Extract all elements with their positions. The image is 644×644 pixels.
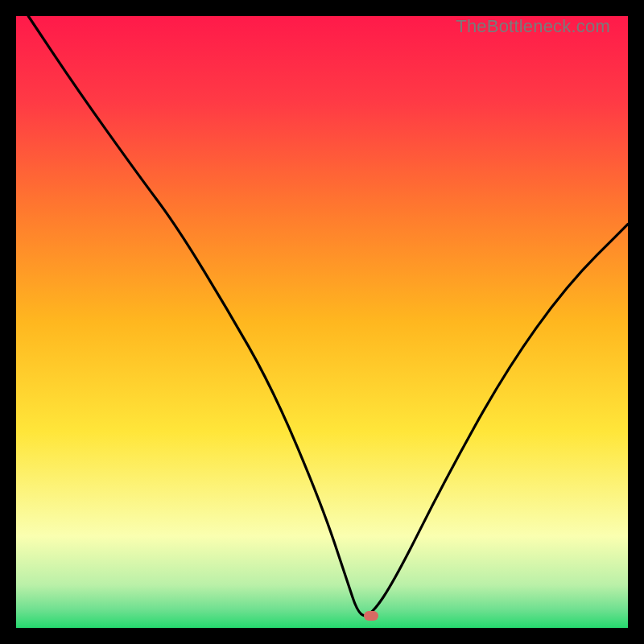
watermark-text: TheBottleneck.com bbox=[456, 16, 610, 37]
optimal-point-marker bbox=[364, 611, 378, 621]
chart-frame: TheBottleneck.com bbox=[16, 16, 628, 628]
bottleneck-curve bbox=[16, 16, 628, 628]
